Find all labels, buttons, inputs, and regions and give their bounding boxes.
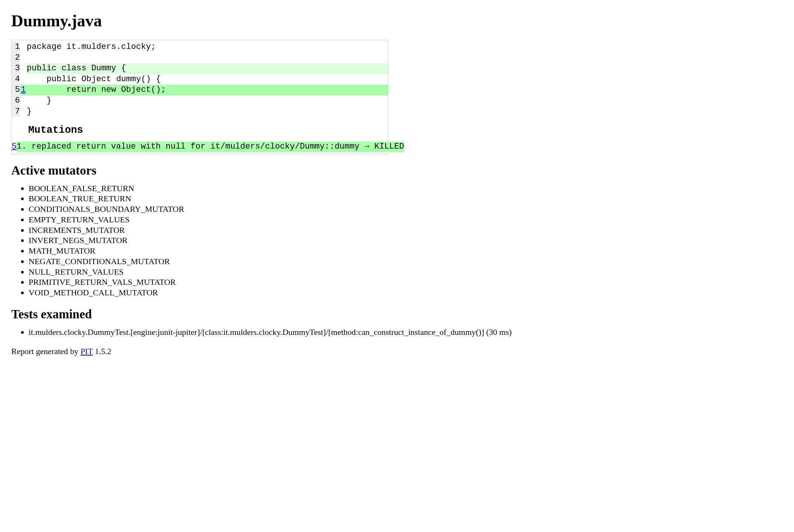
source-line: 3public class Dummy { — [12, 63, 388, 74]
line-number: 5 — [12, 85, 20, 96]
list-item: INVERT_NEGS_MUTATOR — [29, 235, 783, 246]
list-item: CONDITIONALS_BOUNDARY_MUTATOR — [29, 204, 783, 214]
line-coverage-cell — [20, 53, 27, 64]
line-coverage-cell — [20, 96, 27, 106]
line-coverage-cell — [20, 42, 27, 53]
line-number: 7 — [12, 106, 20, 117]
line-number: 3 — [12, 63, 20, 74]
line-code: } — [27, 106, 388, 117]
mutation-row: 51. replaced return value with null for … — [12, 141, 404, 152]
list-item: EMPTY_RETURN_VALUES — [29, 214, 783, 225]
list-item: NEGATE_CONDITIONALS_MUTATOR — [29, 256, 783, 267]
footer: Report generated by PIT 1.5.2 — [11, 347, 783, 356]
line-number: 4 — [12, 74, 20, 85]
line-code — [27, 53, 388, 64]
list-item: BOOLEAN_TRUE_RETURN — [29, 193, 783, 204]
line-code: public class Dummy { — [27, 63, 388, 74]
footer-suffix: 1.5.2 — [93, 347, 111, 356]
list-item: PRIMITIVE_RETURN_VALS_MUTATOR — [29, 277, 783, 287]
list-item: INCREMENTS_MUTATOR — [29, 225, 783, 236]
list-item: NULL_RETURN_VALUES — [29, 267, 783, 277]
line-code: public Object dummy() { — [27, 74, 388, 85]
line-coverage-cell: 1 — [20, 85, 27, 96]
tests-examined-list: it.mulders.clocky.DummyTest.[engine:juni… — [11, 327, 783, 337]
mutations-heading: Mutations — [12, 117, 388, 141]
source-listing-box: 1package it.mulders.clocky;23public clas… — [11, 40, 388, 154]
source-line: 7} — [12, 106, 388, 117]
line-code: } — [27, 96, 388, 106]
line-code: package it.mulders.clocky; — [27, 42, 388, 53]
list-item: BOOLEAN_FALSE_RETURN — [29, 183, 783, 194]
list-item: it.mulders.clocky.DummyTest.[engine:juni… — [29, 327, 783, 337]
list-item: VOID_METHOD_CALL_MUTATOR — [29, 287, 783, 298]
source-line: 6 } — [12, 96, 388, 106]
mutation-description: 1. replaced return value with null for i… — [17, 141, 404, 152]
mutation-line-link[interactable]: 5 — [12, 142, 17, 151]
page-title: Dummy.java — [11, 11, 783, 30]
source-line: 1package it.mulders.clocky; — [12, 42, 388, 53]
line-coverage-link[interactable]: 1 — [21, 85, 26, 94]
list-item: MATH_MUTATOR — [29, 246, 783, 256]
line-coverage-cell — [20, 74, 27, 85]
mutation-line-number: 5 — [12, 141, 17, 152]
line-code: return new Object(); — [27, 85, 388, 96]
pit-link[interactable]: PIT — [81, 347, 93, 356]
source-line: 4 public Object dummy() { — [12, 74, 388, 85]
source-line: 2 — [12, 53, 388, 64]
line-coverage-cell — [20, 106, 27, 117]
line-number: 1 — [12, 42, 20, 53]
tests-examined-heading: Tests examined — [11, 307, 783, 321]
line-number: 2 — [12, 53, 20, 64]
line-coverage-cell — [20, 63, 27, 74]
active-mutators-list: BOOLEAN_FALSE_RETURNBOOLEAN_TRUE_RETURNC… — [11, 183, 783, 298]
active-mutators-heading: Active mutators — [11, 164, 783, 178]
mutations-table: 51. replaced return value with null for … — [12, 141, 404, 152]
line-number: 6 — [12, 96, 20, 106]
source-table: 1package it.mulders.clocky;23public clas… — [12, 42, 388, 117]
source-line: 51 return new Object(); — [12, 85, 388, 96]
footer-prefix: Report generated by — [11, 347, 81, 356]
